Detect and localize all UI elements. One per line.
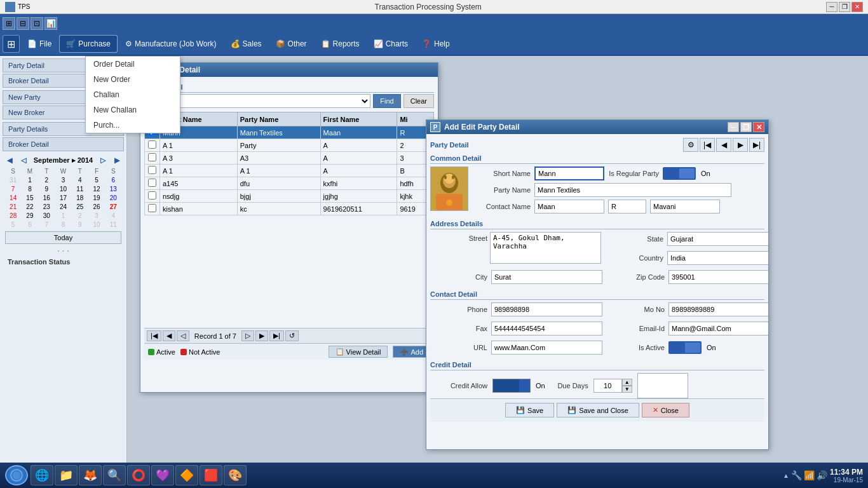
cal-day-20[interactable]: 20 xyxy=(105,194,121,202)
cal-day-28[interactable]: 28 xyxy=(5,212,21,220)
save-and-close-button[interactable]: 💾 Save and Close xyxy=(557,403,639,417)
taskbar-ie[interactable]: 🌐 xyxy=(31,465,53,485)
taskbar-paint[interactable]: 🎨 xyxy=(224,465,247,485)
mo-no-input[interactable] xyxy=(668,302,768,316)
cal-day-23[interactable]: 23 xyxy=(39,203,55,211)
edit-window-restore[interactable]: ❐ xyxy=(740,122,752,132)
cal-day-11b[interactable]: 11 xyxy=(105,220,121,229)
table-row[interactable]: Mann Mann Textiles Maan R xyxy=(145,126,434,139)
cal-day-4[interactable]: 4 xyxy=(72,176,88,184)
cal-day-10b[interactable]: 10 xyxy=(88,220,104,229)
nav-prev[interactable]: ◀ xyxy=(163,330,175,341)
cal-day-27[interactable]: 27 xyxy=(105,203,121,211)
cal-prev-year[interactable]: ◀ xyxy=(5,156,14,165)
url-input[interactable] xyxy=(491,341,602,355)
row-checkbox[interactable] xyxy=(148,140,156,149)
nav-prev2[interactable]: ◁ xyxy=(177,330,189,341)
cal-day-14[interactable]: 14 xyxy=(5,194,21,202)
menu-home[interactable]: ⊞ xyxy=(3,35,20,53)
taskbar-vs[interactable]: 💜 xyxy=(151,465,174,485)
due-days-up[interactable]: ▲ xyxy=(622,379,632,386)
contact-mid-input[interactable] xyxy=(608,200,646,214)
cal-day-2b[interactable]: 2 xyxy=(72,212,88,220)
credit-notes[interactable] xyxy=(637,373,688,398)
restore-button[interactable]: ❐ xyxy=(839,2,850,12)
cal-day-31[interactable]: 31 xyxy=(5,176,21,184)
cal-day-15[interactable]: 15 xyxy=(22,194,37,202)
fax-input[interactable] xyxy=(491,322,602,336)
table-row[interactable]: A 3 A3 A 3 xyxy=(145,152,434,165)
row-checkbox[interactable] xyxy=(148,191,156,200)
cal-day-30[interactable]: 30 xyxy=(39,212,55,220)
taskbar-chrome[interactable]: ⭕ xyxy=(127,465,150,485)
cal-day-11[interactable]: 11 xyxy=(72,185,88,193)
is-regular-toggle[interactable] xyxy=(663,167,696,180)
cal-day-19[interactable]: 19 xyxy=(88,194,104,202)
country-input[interactable] xyxy=(667,251,768,265)
cal-day-8[interactable]: 8 xyxy=(22,185,37,193)
minimize-button[interactable]: ─ xyxy=(826,2,837,12)
cal-day-7[interactable]: 7 xyxy=(5,185,21,193)
email-input[interactable] xyxy=(668,322,768,336)
table-row[interactable]: A 1 A 1 A B xyxy=(145,165,434,177)
row-checkbox[interactable] xyxy=(148,204,156,212)
menu-sales[interactable]: 💰 Sales xyxy=(224,35,268,53)
city-input[interactable] xyxy=(491,270,602,284)
table-row[interactable]: a145 dfu kxfhi hdfh xyxy=(145,177,434,190)
cal-day-22[interactable]: 22 xyxy=(22,203,37,211)
dropdown-new-challan[interactable]: New Challan xyxy=(86,102,180,118)
nav-settings[interactable]: ⚙ xyxy=(683,138,698,152)
clear-button[interactable]: Clear xyxy=(403,94,434,108)
taskbar-firefox[interactable]: 🦊 xyxy=(79,465,102,485)
cal-next-month[interactable]: ▷ xyxy=(98,156,107,165)
cal-day-21[interactable]: 21 xyxy=(5,203,21,211)
tray-arrow[interactable]: ▲ xyxy=(783,472,789,479)
street-input[interactable]: A-45, Gokul Dham, Varachha xyxy=(490,232,601,264)
credit-allow-bar[interactable] xyxy=(492,379,531,393)
cal-day-9b[interactable]: 9 xyxy=(72,220,88,229)
cal-day-10[interactable]: 10 xyxy=(55,185,71,193)
close-button-action[interactable]: ✕ Close xyxy=(642,403,689,417)
nav-next2[interactable]: ▷ xyxy=(241,330,254,341)
close-button[interactable]: ✕ xyxy=(851,2,863,12)
qa-icon4[interactable]: 📊 xyxy=(44,17,57,30)
today-button[interactable]: Today xyxy=(5,231,121,244)
cal-day-6[interactable]: 6 xyxy=(105,176,121,184)
row-checkbox[interactable] xyxy=(148,179,156,187)
cal-day-17[interactable]: 17 xyxy=(55,194,71,202)
menu-reports[interactable]: 📋 Reports xyxy=(315,35,366,53)
cal-day-3b[interactable]: 3 xyxy=(88,212,104,220)
cal-day-6b[interactable]: 6 xyxy=(22,220,37,229)
cal-day-5b[interactable]: 5 xyxy=(5,220,21,229)
cal-day-3[interactable]: 3 xyxy=(55,176,71,184)
contact-first-input[interactable] xyxy=(534,200,604,214)
dropdown-new-order[interactable]: New Order xyxy=(86,72,180,87)
find-button[interactable]: Find xyxy=(373,94,400,108)
cal-day-16[interactable]: 16 xyxy=(39,194,55,202)
menu-help[interactable]: ❓ Help xyxy=(416,35,456,53)
edit-window-close[interactable]: ✕ xyxy=(753,122,764,132)
nav-prev-rec[interactable]: ◀ xyxy=(716,138,731,152)
dropdown-challan[interactable]: Challan xyxy=(86,87,180,102)
cal-day-4b[interactable]: 4 xyxy=(105,212,121,220)
cal-day-12[interactable]: 12 xyxy=(88,185,104,193)
party-name-input[interactable] xyxy=(534,183,731,197)
save-button[interactable]: 💾 Save xyxy=(505,403,554,417)
nav-first[interactable]: |◀ xyxy=(147,330,161,341)
qa-icon1[interactable]: ⊞ xyxy=(3,17,15,30)
menu-manufacture[interactable]: ⚙ Manufacture (Job Work) xyxy=(119,35,223,53)
taskbar-vlc[interactable]: 🔶 xyxy=(175,465,198,485)
menu-charts[interactable]: 📈 Charts xyxy=(367,35,414,53)
table-row[interactable]: A 1 Party A 2 xyxy=(145,139,434,152)
state-input[interactable] xyxy=(667,232,768,246)
cal-prev-month[interactable]: ◁ xyxy=(19,156,28,165)
nav-refresh[interactable]: ↺ xyxy=(285,330,299,341)
table-row[interactable]: nsdjg bjgj jgjhg kjhk xyxy=(145,190,434,203)
cal-day-1b[interactable]: 1 xyxy=(55,212,71,220)
cal-next-year[interactable]: ▶ xyxy=(112,156,121,165)
cal-day-7b[interactable]: 7 xyxy=(39,220,55,229)
qa-icon3[interactable]: ⊡ xyxy=(31,17,43,30)
nav-next[interactable]: ▶ xyxy=(255,330,268,341)
dropdown-order-detail[interactable]: Order Detail xyxy=(86,57,180,72)
cal-day-24[interactable]: 24 xyxy=(55,203,71,211)
